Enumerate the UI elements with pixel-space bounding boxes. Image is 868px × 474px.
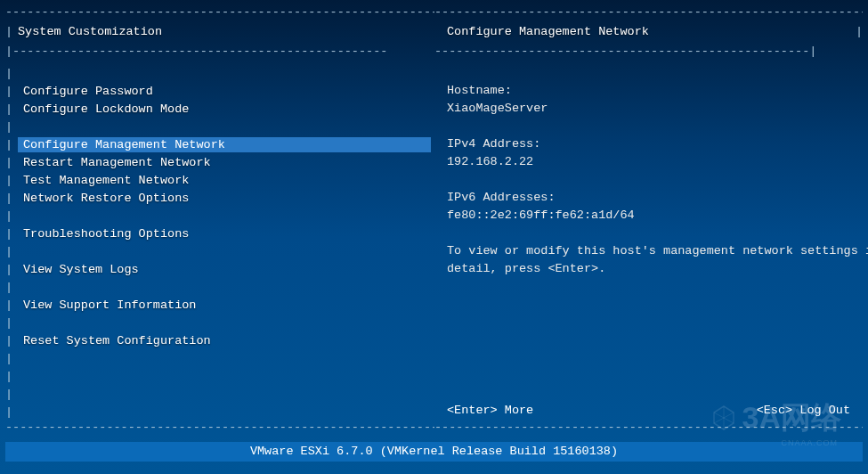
border-pipe: |: [5, 298, 18, 312]
border-pipe: |: [5, 370, 18, 383]
menu-item[interactable]: Troubleshooting Options: [18, 226, 194, 241]
right-panel: ----------------------------------------…: [434, 5, 863, 437]
hint-esc: <Esc> Log Out: [757, 404, 850, 417]
border-pipe: |: [5, 209, 18, 223]
right-panel-title: Configure Management Network: [434, 25, 850, 45]
border-pipe: |: [5, 334, 18, 347]
menu-item[interactable]: Configure Management Network: [18, 137, 431, 152]
menu-row: |Test Management Network: [5, 171, 434, 189]
menu-item-wrap: Restart Management Network: [18, 155, 434, 170]
status-bar: VMware ESXi 6.7.0 (VMKernel Release Buil…: [5, 442, 863, 462]
border-pipe: |: [5, 192, 18, 205]
menu-item-wrap: Test Management Network: [18, 173, 434, 188]
menu-item[interactable]: Test Management Network: [18, 173, 194, 188]
border-pipe: |: [5, 138, 18, 151]
menu-row: |Restart Management Network: [5, 153, 434, 171]
menu-row: |View System Logs: [5, 260, 434, 278]
border-pipe: |: [5, 281, 18, 294]
detail-line: IPv4 Address:: [447, 135, 850, 153]
menu-blank-row: |: [5, 367, 434, 385]
border-hr-right: ----------------------------------------…: [434, 45, 863, 58]
menu-row: |Configure Lockdown Mode: [5, 100, 434, 118]
right-panel-header: Configure Management Network |: [434, 25, 863, 45]
menu-blank-row: |: [5, 385, 434, 403]
border-pipe: |: [5, 263, 18, 276]
border-top-left: ----------------------------------------…: [5, 5, 434, 21]
menu-list[interactable]: ||Configure Password|Configure Lockdown …: [5, 64, 434, 421]
detail-line: XiaoMageServer: [447, 100, 850, 118]
panels-container: ----------------------------------------…: [5, 5, 863, 437]
border-pipe: |: [5, 156, 18, 169]
border-pipe: |: [5, 227, 18, 241]
menu-item[interactable]: View System Logs: [18, 262, 144, 277]
border-pipe: |: [5, 245, 18, 258]
border-pipe: |: [5, 174, 18, 187]
border-pipe: |: [5, 316, 18, 330]
detail-line: [447, 64, 850, 82]
detail-line: detail, press <Enter>.: [447, 260, 850, 278]
detail-line: Hostname:: [447, 82, 850, 100]
menu-row: |Troubleshooting Options: [5, 225, 434, 242]
border-top-right: ----------------------------------------…: [434, 5, 863, 21]
menu-item[interactable]: Configure Password: [18, 84, 158, 99]
menu-row: |View Support Information: [5, 296, 434, 314]
border-pipe: |: [5, 388, 18, 401]
border-pipe: |: [5, 120, 18, 134]
border-bottom-right: ----------------------------------------…: [434, 421, 863, 437]
menu-item[interactable]: Network Restore Options: [18, 191, 194, 206]
menu-item-wrap: Configure Lockdown Mode: [18, 102, 434, 117]
left-panel-title: System Customization: [18, 25, 434, 45]
menu-row: |Configure Management Network: [5, 135, 434, 153]
dcui-screen: ----------------------------------------…: [0, 0, 868, 474]
border-pipe: |: [5, 25, 18, 45]
border-hr-left: |---------------------------------------…: [5, 45, 434, 58]
footer-hints: <Enter> More <Esc> Log Out: [434, 404, 863, 417]
border-bottom-left: ----------------------------------------…: [5, 421, 434, 437]
menu-blank-row: |: [5, 242, 434, 260]
menu-item-wrap: View System Logs: [18, 262, 434, 277]
menu-item-wrap: View Support Information: [18, 298, 434, 313]
menu-row: |Reset System Configuration: [5, 331, 434, 349]
menu-blank-row: |: [5, 403, 434, 421]
detail-line: fe80::2e2:69ff:fe62:a1d/64: [447, 207, 850, 225]
menu-item-wrap: Troubleshooting Options: [18, 226, 434, 241]
menu-item[interactable]: View Support Information: [18, 298, 201, 313]
left-panel: ----------------------------------------…: [5, 5, 434, 437]
menu-item-wrap: Configure Password: [18, 84, 434, 99]
menu-item-wrap: Network Restore Options: [18, 191, 434, 206]
menu-blank-row: |: [5, 349, 434, 367]
border-pipe: |: [5, 352, 18, 365]
menu-item[interactable]: Configure Lockdown Mode: [18, 102, 194, 117]
menu-item-wrap: Configure Management Network: [18, 137, 434, 152]
menu-row: |Configure Password: [5, 82, 434, 100]
left-panel-header: | System Customization: [5, 25, 434, 45]
menu-row: |Network Restore Options: [5, 189, 434, 207]
menu-blank-row: |: [5, 278, 434, 296]
hint-enter: <Enter> More: [447, 404, 757, 417]
border-pipe: |: [5, 67, 18, 80]
menu-item-wrap: Reset System Configuration: [18, 333, 434, 348]
menu-item[interactable]: Reset System Configuration: [18, 333, 216, 348]
border-pipe: |: [850, 25, 863, 45]
border-pipe: |: [5, 405, 18, 419]
menu-blank-row: |: [5, 64, 434, 82]
detail-line: 192.168.2.22: [447, 153, 850, 171]
menu-item[interactable]: Restart Management Network: [18, 155, 216, 170]
detail-line: [447, 225, 850, 242]
detail-line: [447, 171, 850, 189]
border-pipe: |: [5, 102, 18, 116]
menu-blank-row: |: [5, 118, 434, 135]
detail-line: IPv6 Addresses:: [447, 189, 850, 207]
border-pipe: |: [5, 85, 18, 98]
menu-blank-row: |: [5, 207, 434, 225]
detail-line: [447, 118, 850, 135]
menu-blank-row: |: [5, 314, 434, 331]
detail-line: To view or modify this host's management…: [447, 242, 850, 260]
detail-pane: Hostname:XiaoMageServerIPv4 Address:192.…: [434, 64, 863, 401]
